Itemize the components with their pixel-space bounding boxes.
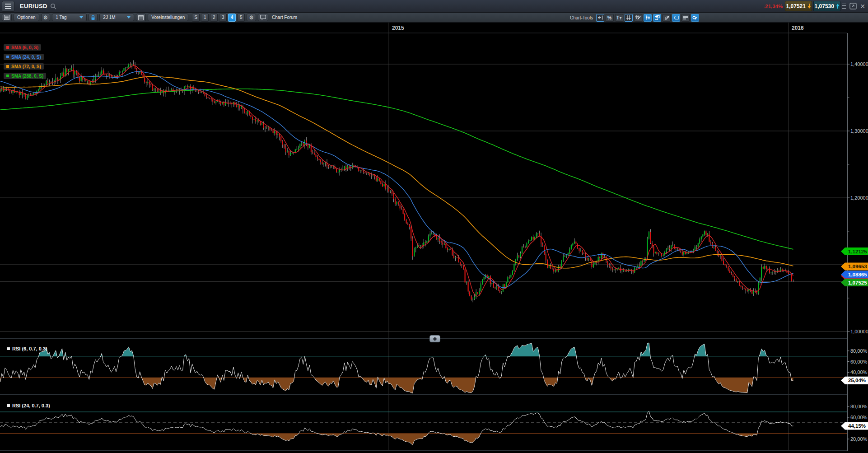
svg-text:20,00%: 20,00%	[850, 436, 868, 442]
price-gridlines	[0, 64, 847, 332]
chart-settings-gear[interactable]: ⚙	[247, 14, 256, 21]
svg-text:60,00%: 60,00%	[850, 415, 868, 420]
tab-1[interactable]: 1	[201, 14, 209, 22]
menu-icon[interactable]	[2, 1, 14, 12]
series-bullet	[6, 65, 9, 68]
svg-text:25,04%: 25,04%	[848, 378, 866, 383]
svg-text:1,40000: 1,40000	[850, 61, 868, 67]
date-axis: 20152016	[0, 23, 847, 451]
grid-draw-icon[interactable]	[634, 14, 642, 22]
svg-text:80,00%: 80,00%	[850, 348, 868, 354]
chat-bubble-icon[interactable]	[258, 14, 268, 21]
svg-text:1,09653: 1,09653	[848, 264, 867, 269]
rsi-panel-1	[0, 340, 847, 394]
bid-price[interactable]: 1,07521	[785, 1, 812, 11]
insert-panel-icon[interactable]	[596, 14, 604, 22]
series-bullet	[6, 75, 9, 77]
svg-text:2016: 2016	[792, 25, 804, 31]
percent-icon[interactable]: %	[606, 14, 614, 22]
svg-text:1,07525: 1,07525	[848, 280, 867, 285]
interval-dropdown[interactable]: 1 Tag	[52, 14, 87, 21]
rsi2-label: RSI (24, 0.7, 0.3)	[5, 402, 52, 409]
svg-text:1,30000: 1,30000	[850, 128, 868, 134]
sma-288-line	[0, 89, 793, 249]
svg-text:1,00000: 1,00000	[850, 329, 868, 334]
legend-item[interactable]: SMA (6, 0, S)	[4, 44, 41, 51]
chart-forum-label[interactable]: Chart Forum	[272, 15, 297, 20]
text-size-icon[interactable]: TT	[615, 14, 623, 22]
svg-text:%: %	[607, 15, 611, 20]
gear-edit-icon[interactable]	[691, 14, 699, 22]
title-bar: EUR/USD -21,34% 1,07521 1,07530 ✕	[0, 0, 868, 13]
pane-resize-handle[interactable]	[429, 335, 440, 342]
presets-button[interactable]: Voreinstellungen	[148, 14, 188, 21]
svg-text:60,00%: 60,00%	[850, 359, 868, 364]
sma-24-line	[0, 72, 793, 288]
candle-style-icon[interactable]	[644, 14, 652, 22]
sma-6-line	[0, 65, 793, 296]
svg-text:T: T	[616, 15, 619, 20]
tab-5[interactable]: 5	[237, 14, 245, 22]
series-bullet	[6, 56, 9, 58]
range-dropdown[interactable]: 2J 1M	[99, 14, 134, 21]
svg-text:1,08865: 1,08865	[848, 272, 867, 277]
chart-tools-label: Chart-Tools	[570, 15, 593, 20]
grid-icon[interactable]	[625, 14, 633, 22]
close-icon[interactable]: ✕	[860, 3, 865, 10]
list-icon-button[interactable]	[2, 14, 12, 21]
chevron-down-icon	[127, 16, 131, 19]
lock-icon-button[interactable]	[89, 14, 98, 21]
layout-tabs: S12345	[192, 14, 245, 22]
indicator-up-icon[interactable]	[663, 14, 671, 22]
grip-icon[interactable]	[842, 4, 846, 9]
svg-text:1,20000: 1,20000	[850, 195, 868, 201]
series-bullet	[7, 347, 10, 350]
chart-canvas[interactable]: 201520161,400001,300001,200001,100001,00…	[0, 23, 868, 453]
series-bullet	[7, 404, 10, 407]
series-bullet	[6, 46, 9, 49]
tab-4[interactable]: 4	[228, 14, 236, 22]
tab-2[interactable]: 2	[210, 14, 218, 22]
tab-S[interactable]: S	[192, 14, 200, 22]
legend-item[interactable]: SMA (72, 0, S)	[4, 63, 44, 70]
change-percent: -21,34%	[763, 4, 783, 9]
sma-72-line	[0, 76, 793, 268]
chevron-down-icon	[79, 16, 83, 19]
options-button[interactable]: Optionen	[14, 14, 39, 21]
rows-icon[interactable]	[681, 14, 690, 22]
tab-3[interactable]: 3	[219, 14, 227, 22]
svg-text:80,00%: 80,00%	[850, 404, 868, 409]
calendar-icon-button[interactable]	[136, 14, 146, 21]
restore-window-icon[interactable]	[849, 3, 857, 9]
legend-item[interactable]: SMA (288, 0, S)	[4, 73, 46, 79]
chart-tools: Chart-Tools %TT	[570, 13, 699, 23]
windows-icon[interactable]	[653, 14, 661, 22]
gear-button[interactable]: ⚙	[41, 14, 51, 21]
callout-icon[interactable]	[672, 14, 680, 22]
svg-text:1,12125: 1,12125	[848, 249, 867, 254]
toolbar: Optionen ⚙ 1 Tag 2J 1M Voreinstellungen …	[0, 13, 868, 23]
arrow-up-icon	[836, 4, 840, 9]
symbol-title: EUR/USD	[20, 3, 47, 9]
svg-text:44,15%: 44,15%	[848, 423, 866, 429]
svg-text:40,00%: 40,00%	[850, 369, 868, 375]
rsi1-label: RSI (6, 0.7, 0.3)	[5, 346, 49, 352]
legend-item[interactable]: SMA (24, 0, S)	[4, 54, 44, 60]
search-icon[interactable]	[50, 3, 56, 9]
svg-text:T: T	[620, 17, 622, 20]
arrow-down-icon	[807, 4, 811, 9]
price-axis[interactable]: 1,400001,300001,200001,100001,0000080,00…	[848, 23, 868, 453]
ask-price[interactable]: 1,07530	[813, 1, 840, 11]
svg-text:2015: 2015	[392, 25, 404, 31]
rsi-panel-2	[0, 395, 847, 450]
